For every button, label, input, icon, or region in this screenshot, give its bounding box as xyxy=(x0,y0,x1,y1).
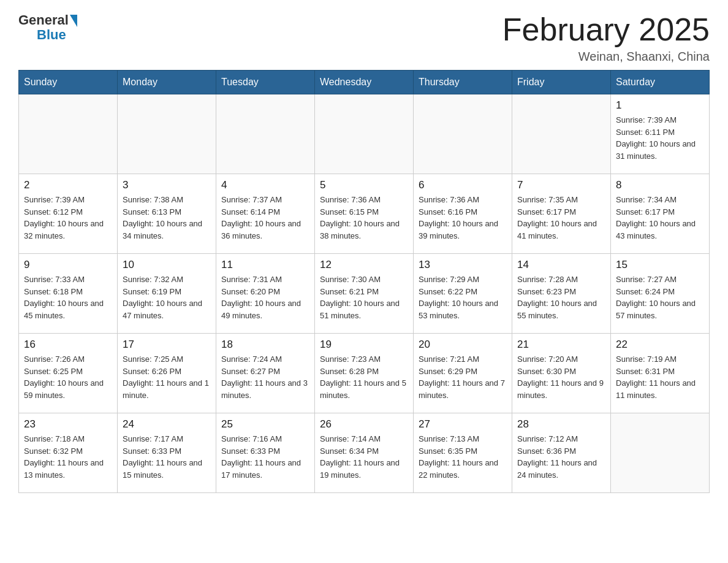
day-number: 6 xyxy=(419,179,507,191)
day-info: Sunrise: 7:38 AM Sunset: 6:13 PM Dayligh… xyxy=(123,194,211,242)
day-info: Sunrise: 7:17 AM Sunset: 6:33 PM Dayligh… xyxy=(123,433,211,481)
header-saturday: Saturday xyxy=(611,71,710,94)
calendar-header-row: Sunday Monday Tuesday Wednesday Thursday… xyxy=(19,71,710,94)
day-info: Sunrise: 7:16 AM Sunset: 6:33 PM Dayligh… xyxy=(221,433,309,481)
header-wednesday: Wednesday xyxy=(315,71,414,94)
table-row: 5Sunrise: 7:36 AM Sunset: 6:15 PM Daylig… xyxy=(315,174,414,254)
day-info: Sunrise: 7:36 AM Sunset: 6:15 PM Dayligh… xyxy=(320,194,408,242)
table-row: 20Sunrise: 7:21 AM Sunset: 6:29 PM Dayli… xyxy=(414,334,512,413)
day-number: 28 xyxy=(517,418,605,431)
logo-blue-text: Blue xyxy=(37,27,66,43)
table-row: 14Sunrise: 7:28 AM Sunset: 6:23 PM Dayli… xyxy=(512,254,611,334)
day-info: Sunrise: 7:24 AM Sunset: 6:27 PM Dayligh… xyxy=(221,353,309,401)
day-info: Sunrise: 7:34 AM Sunset: 6:17 PM Dayligh… xyxy=(616,194,704,242)
day-number: 16 xyxy=(24,339,112,351)
calendar-week-row: 16Sunrise: 7:26 AM Sunset: 6:25 PM Dayli… xyxy=(19,334,710,413)
table-row: 27Sunrise: 7:13 AM Sunset: 6:35 PM Dayli… xyxy=(414,413,512,493)
table-row: 16Sunrise: 7:26 AM Sunset: 6:25 PM Dayli… xyxy=(19,334,118,413)
logo-arrow-icon xyxy=(70,15,77,27)
day-info: Sunrise: 7:29 AM Sunset: 6:22 PM Dayligh… xyxy=(419,274,507,321)
table-row: 26Sunrise: 7:14 AM Sunset: 6:34 PM Dayli… xyxy=(315,413,414,493)
table-row: 12Sunrise: 7:30 AM Sunset: 6:21 PM Dayli… xyxy=(315,254,414,334)
header-tuesday: Tuesday xyxy=(216,71,315,94)
day-info: Sunrise: 7:36 AM Sunset: 6:16 PM Dayligh… xyxy=(419,194,507,242)
table-row xyxy=(512,94,611,174)
day-info: Sunrise: 7:23 AM Sunset: 6:28 PM Dayligh… xyxy=(320,353,408,401)
day-number: 17 xyxy=(123,339,211,351)
day-number: 10 xyxy=(123,259,211,271)
day-number: 18 xyxy=(221,339,309,351)
table-row: 10Sunrise: 7:32 AM Sunset: 6:19 PM Dayli… xyxy=(118,254,216,334)
table-row: 18Sunrise: 7:24 AM Sunset: 6:27 PM Dayli… xyxy=(216,334,315,413)
month-title: February 2025 xyxy=(502,12,710,47)
day-number: 7 xyxy=(517,179,605,191)
table-row xyxy=(315,94,414,174)
table-row: 28Sunrise: 7:12 AM Sunset: 6:36 PM Dayli… xyxy=(512,413,611,493)
day-number: 22 xyxy=(616,339,704,351)
logo: General Blue xyxy=(18,12,77,43)
day-info: Sunrise: 7:30 AM Sunset: 6:21 PM Dayligh… xyxy=(320,274,408,321)
table-row xyxy=(118,94,216,174)
day-info: Sunrise: 7:21 AM Sunset: 6:29 PM Dayligh… xyxy=(419,353,507,401)
day-info: Sunrise: 7:37 AM Sunset: 6:14 PM Dayligh… xyxy=(221,194,309,242)
day-number: 9 xyxy=(24,259,112,271)
day-info: Sunrise: 7:25 AM Sunset: 6:26 PM Dayligh… xyxy=(123,353,211,401)
table-row xyxy=(611,413,710,493)
table-row xyxy=(414,94,512,174)
day-info: Sunrise: 7:32 AM Sunset: 6:19 PM Dayligh… xyxy=(123,274,211,321)
table-row: 23Sunrise: 7:18 AM Sunset: 6:32 PM Dayli… xyxy=(19,413,118,493)
header-monday: Monday xyxy=(118,71,216,94)
table-row: 17Sunrise: 7:25 AM Sunset: 6:26 PM Dayli… xyxy=(118,334,216,413)
day-number: 27 xyxy=(419,418,507,431)
table-row: 11Sunrise: 7:31 AM Sunset: 6:20 PM Dayli… xyxy=(216,254,315,334)
day-info: Sunrise: 7:20 AM Sunset: 6:30 PM Dayligh… xyxy=(517,353,605,401)
table-row: 6Sunrise: 7:36 AM Sunset: 6:16 PM Daylig… xyxy=(414,174,512,254)
day-number: 5 xyxy=(320,179,408,191)
table-row: 4Sunrise: 7:37 AM Sunset: 6:14 PM Daylig… xyxy=(216,174,315,254)
table-row: 2Sunrise: 7:39 AM Sunset: 6:12 PM Daylig… xyxy=(19,174,118,254)
day-number: 4 xyxy=(221,179,309,191)
day-number: 26 xyxy=(320,418,408,431)
table-row: 22Sunrise: 7:19 AM Sunset: 6:31 PM Dayli… xyxy=(611,334,710,413)
day-number: 15 xyxy=(616,259,704,271)
calendar-week-row: 1Sunrise: 7:39 AM Sunset: 6:11 PM Daylig… xyxy=(19,94,710,174)
table-row xyxy=(19,94,118,174)
day-number: 11 xyxy=(221,259,309,271)
day-number: 14 xyxy=(517,259,605,271)
table-row: 15Sunrise: 7:27 AM Sunset: 6:24 PM Dayli… xyxy=(611,254,710,334)
day-number: 19 xyxy=(320,339,408,351)
day-info: Sunrise: 7:39 AM Sunset: 6:11 PM Dayligh… xyxy=(616,114,704,162)
logo-general-text: General xyxy=(18,12,69,28)
table-row: 19Sunrise: 7:23 AM Sunset: 6:28 PM Dayli… xyxy=(315,334,414,413)
day-info: Sunrise: 7:35 AM Sunset: 6:17 PM Dayligh… xyxy=(517,194,605,242)
table-row: 3Sunrise: 7:38 AM Sunset: 6:13 PM Daylig… xyxy=(118,174,216,254)
table-row: 25Sunrise: 7:16 AM Sunset: 6:33 PM Dayli… xyxy=(216,413,315,493)
day-number: 20 xyxy=(419,339,507,351)
header-thursday: Thursday xyxy=(414,71,512,94)
table-row: 7Sunrise: 7:35 AM Sunset: 6:17 PM Daylig… xyxy=(512,174,611,254)
day-info: Sunrise: 7:12 AM Sunset: 6:36 PM Dayligh… xyxy=(517,433,605,481)
table-row: 13Sunrise: 7:29 AM Sunset: 6:22 PM Dayli… xyxy=(414,254,512,334)
day-info: Sunrise: 7:33 AM Sunset: 6:18 PM Dayligh… xyxy=(24,274,112,321)
day-number: 1 xyxy=(616,99,704,112)
table-row: 24Sunrise: 7:17 AM Sunset: 6:33 PM Dayli… xyxy=(118,413,216,493)
page-header: General Blue February 2025 Weinan, Shaan… xyxy=(18,12,710,64)
day-number: 3 xyxy=(123,179,211,191)
location-text: Weinan, Shaanxi, China xyxy=(502,50,710,64)
day-number: 21 xyxy=(517,339,605,351)
day-number: 24 xyxy=(123,418,211,431)
day-info: Sunrise: 7:39 AM Sunset: 6:12 PM Dayligh… xyxy=(24,194,112,242)
day-number: 2 xyxy=(24,179,112,191)
day-number: 25 xyxy=(221,418,309,431)
table-row: 1Sunrise: 7:39 AM Sunset: 6:11 PM Daylig… xyxy=(611,94,710,174)
header-friday: Friday xyxy=(512,71,611,94)
day-number: 23 xyxy=(24,418,112,431)
table-row: 8Sunrise: 7:34 AM Sunset: 6:17 PM Daylig… xyxy=(611,174,710,254)
table-row: 9Sunrise: 7:33 AM Sunset: 6:18 PM Daylig… xyxy=(19,254,118,334)
day-info: Sunrise: 7:13 AM Sunset: 6:35 PM Dayligh… xyxy=(419,433,507,481)
calendar-week-row: 9Sunrise: 7:33 AM Sunset: 6:18 PM Daylig… xyxy=(19,254,710,334)
day-number: 12 xyxy=(320,259,408,271)
day-info: Sunrise: 7:14 AM Sunset: 6:34 PM Dayligh… xyxy=(320,433,408,481)
day-info: Sunrise: 7:18 AM Sunset: 6:32 PM Dayligh… xyxy=(24,433,112,481)
day-info: Sunrise: 7:31 AM Sunset: 6:20 PM Dayligh… xyxy=(221,274,309,321)
